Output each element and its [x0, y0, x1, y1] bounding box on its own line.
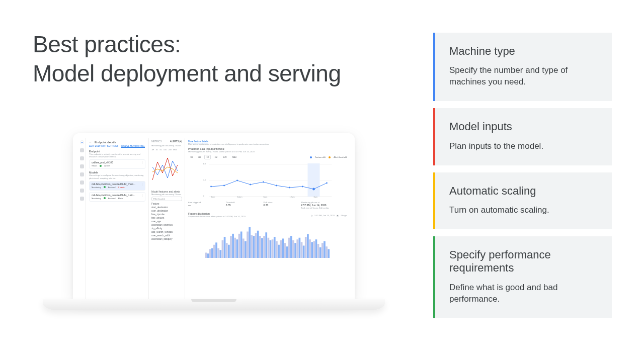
time-tab[interactable]: 1H [188, 155, 195, 159]
alerts-tab[interactable]: ALERTS (4) [170, 140, 182, 143]
time-tab[interactable]: 1YR [221, 155, 229, 159]
more-icon[interactable]: ⋮ [141, 161, 143, 164]
feature-item[interactable]: Feature [151, 202, 182, 206]
svg-point-14 [302, 186, 303, 188]
svg-rect-23 [207, 253, 209, 258]
svg-rect-46 [255, 233, 257, 258]
main-panel: More feature details Duis autem iquibusd… [185, 138, 350, 299]
endpoint-card[interactable]: cabfare_prod_v0.100 Status Active ⋮ [89, 159, 145, 169]
svg-rect-79 [324, 241, 326, 258]
svg-rect-74 [313, 241, 315, 258]
model-row-selected[interactable]: cab-fare-prediction_reviewed09-12_churn.… [89, 181, 145, 191]
svg-rect-66 [296, 239, 298, 258]
svg-point-13 [289, 187, 290, 189]
model-row[interactable]: cab-fare-prediction_reviewed09-14_custo.… [89, 192, 145, 202]
svg-rect-48 [259, 236, 261, 258]
svg-rect-54 [272, 239, 274, 258]
filter-by-alert-button[interactable]: Filter by alert [151, 197, 182, 201]
feature-distribution-chart [188, 219, 347, 258]
time-tab[interactable]: MAX [230, 155, 239, 159]
svg-rect-40 [243, 239, 245, 258]
card-title: Automatic scaling [449, 185, 598, 198]
metrics-sub: Monitoring job runs every 2 hours [151, 144, 182, 147]
svg-text:12pm: 12pm [237, 196, 243, 198]
metrics-panel: METRICS ALERTS (4) Monitoring job runs e… [149, 138, 185, 299]
drift-chart-sub: Monitoring job runs every 2 hours. Lates… [188, 150, 347, 153]
more-icon[interactable]: ⋮ [141, 183, 143, 186]
laptop-base [43, 299, 385, 310]
svg-text:12am: 12am [290, 196, 295, 198]
svg-rect-44 [251, 235, 253, 258]
nav-icon[interactable] [80, 156, 84, 160]
svg-rect-41 [245, 241, 247, 258]
time-tab[interactable]: 6H [196, 155, 203, 159]
svg-rect-58 [280, 240, 282, 258]
nav-icon[interactable] [80, 189, 84, 193]
model-mon-label: Monitoring [92, 197, 101, 200]
feature-item[interactable]: destination_category [151, 237, 182, 241]
time-tab[interactable]: 1D [204, 155, 211, 159]
card-automatic-scaling: Automatic scaling Turn on automatic scal… [433, 172, 612, 229]
svg-text:1.0: 1.0 [203, 162, 206, 165]
left-panel: Endpoint details EDIT ENDPOINT SETTINGS … [86, 138, 149, 299]
model-features-sub: Monitoring job runs every 2 hours [151, 193, 182, 196]
card-body: Specify the number and type of machines … [449, 65, 598, 88]
svg-rect-45 [253, 236, 255, 258]
svg-rect-81 [328, 249, 330, 258]
status-dot-icon [100, 165, 102, 167]
status-label: Status [92, 164, 97, 167]
svg-point-16 [326, 183, 328, 184]
svg-point-9 [236, 180, 238, 182]
svg-rect-42 [247, 232, 249, 258]
endpoint-name: cabfare_prod_v0.100 [92, 161, 143, 164]
laptop-mockup: Endpoint details EDIT ENDPOINT SETTINGS … [38, 133, 390, 310]
feature-item[interactable]: zip_affinity [151, 227, 182, 230]
nav-rail [78, 138, 86, 299]
svg-rect-37 [236, 239, 238, 258]
tab-model-monitoring[interactable]: MODEL MONITORING [121, 145, 144, 148]
svg-point-12 [276, 185, 277, 187]
feature-item[interactable]: user_destination [151, 209, 182, 213]
clock-icon: ◷ [311, 214, 312, 217]
svg-rect-78 [321, 243, 324, 258]
feature-item[interactable]: app_search_verticals [151, 230, 182, 234]
model-alerts: Alerts [118, 197, 123, 200]
back-arrow-icon[interactable] [89, 140, 93, 144]
nav-icon[interactable] [80, 197, 84, 201]
feature-item[interactable]: fare_zipcode [151, 213, 182, 216]
tab-edit-settings[interactable]: EDIT ENDPOINT SETTINGS [89, 145, 118, 148]
more-icon[interactable]: ⋮ [141, 194, 143, 197]
feature-item[interactable]: start_destination [151, 206, 182, 209]
feature-item[interactable]: fare_amount [151, 216, 182, 220]
svg-point-7 [210, 186, 212, 188]
nav-icon[interactable] [80, 164, 84, 168]
endpoint-section-sub: This endpoint is actively monitored to p… [89, 153, 145, 158]
svg-rect-69 [303, 246, 305, 258]
feature-item[interactable]: user_age [151, 220, 182, 223]
breadcrumb-sub: Duis autem iquibusdam et molestias non i… [188, 143, 347, 145]
svg-rect-59 [282, 239, 284, 258]
svg-rect-49 [261, 238, 263, 258]
model-name: cab-fare-prediction_reviewed09-12_churn.… [92, 183, 143, 186]
svg-rect-30 [222, 240, 224, 258]
svg-rect-70 [305, 237, 307, 258]
svg-rect-26 [213, 245, 215, 258]
nav-icon[interactable] [80, 148, 84, 152]
metrics-tab[interactable]: METRICS [151, 140, 162, 143]
chart-legend: Feature drift Alert threshold [310, 156, 347, 158]
feature-item[interactable]: user_search_addrl [151, 234, 182, 237]
svg-rect-35 [232, 234, 234, 258]
time-tab[interactable]: 1M [212, 155, 219, 159]
legend-threshold: Alert threshold [334, 156, 347, 158]
svg-rect-56 [276, 241, 278, 258]
card-body: Define what is good and bad performance. [449, 282, 598, 305]
feature-item[interactable]: destination_promises [151, 223, 182, 227]
nav-icon[interactable] [80, 172, 84, 176]
svg-point-10 [250, 184, 251, 186]
nav-icon[interactable] [80, 180, 84, 185]
svg-rect-53 [270, 240, 272, 258]
legend-dot-icon [310, 156, 312, 158]
svg-rect-38 [238, 234, 240, 258]
product-logo-icon [80, 140, 84, 144]
cube-icon: ▣ [337, 214, 339, 217]
